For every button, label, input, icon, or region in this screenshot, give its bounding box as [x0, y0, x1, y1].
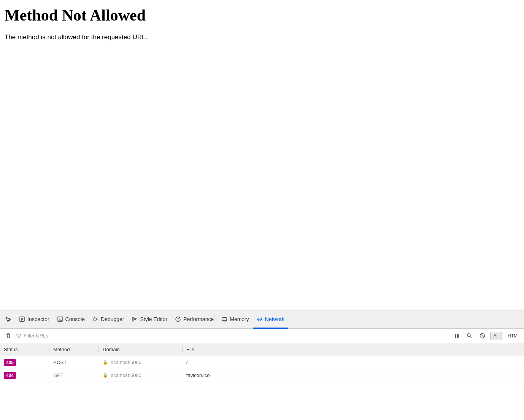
page-subtitle: The method is not allowed for the reques…	[5, 33, 519, 41]
header-status: Status	[0, 347, 49, 352]
domain-text-0: localhost:5000	[110, 360, 141, 365]
tab-memory[interactable]: Memory	[218, 310, 253, 329]
picker-button[interactable]	[2, 313, 15, 326]
method-text-0: POST	[53, 360, 67, 365]
search-button[interactable]	[464, 331, 475, 341]
tab-console-label: Console	[65, 316, 85, 322]
svg-marker-7	[94, 317, 97, 321]
filter-bar: Filter URLs	[0, 329, 524, 343]
svg-rect-10	[222, 318, 227, 321]
filter-all-button[interactable]: All	[490, 332, 502, 340]
svg-marker-20	[17, 334, 21, 338]
table-header: Status Method Domain File	[0, 343, 524, 356]
cell-domain-1: 🔒 localhost:5000	[99, 372, 183, 378]
svg-line-0	[9, 320, 10, 321]
tab-style-editor[interactable]: Style Editor	[128, 310, 171, 329]
table-row[interactable]: 404 GET 🔒 localhost:5000 favicon.ico	[0, 369, 524, 382]
tab-network[interactable]: Network	[253, 310, 288, 329]
cell-file-0: /	[183, 360, 524, 365]
header-method: Method	[49, 347, 99, 352]
tab-memory-label: Memory	[230, 316, 249, 322]
pause-button[interactable]	[451, 331, 462, 341]
page-title: Method Not Allowed	[5, 6, 519, 24]
tab-network-label: Network	[265, 316, 284, 322]
tab-inspector-label: Inspector	[27, 316, 49, 322]
tab-debugger[interactable]: Debugger	[89, 310, 128, 329]
table-row[interactable]: 405 POST 🔒 localhost:5000 /	[0, 356, 524, 369]
network-table: Status Method Domain File 405 POST 🔒 loc…	[0, 343, 524, 420]
cell-status-1: 404	[0, 372, 49, 379]
svg-point-23	[467, 334, 470, 337]
tab-performance[interactable]: Performance	[171, 310, 218, 329]
tab-inspector[interactable]: Inspector	[15, 310, 53, 329]
svg-line-26	[481, 334, 484, 337]
filter-right-icons: All HTM	[451, 331, 521, 341]
cell-method-0: POST	[49, 360, 99, 365]
block-requests-button[interactable]	[477, 331, 488, 341]
tab-performance-label: Performance	[183, 316, 214, 322]
lock-icon-0: 🔒	[103, 360, 108, 365]
svg-rect-21	[455, 334, 456, 338]
cell-domain-0: 🔒 localhost:5000	[99, 360, 183, 365]
tab-debugger-label: Debugger	[101, 316, 124, 322]
status-badge-404: 404	[4, 372, 16, 379]
cell-method-1: GET	[49, 372, 99, 378]
filter-placeholder: Filter URLs	[24, 333, 48, 339]
cell-status-0: 405	[0, 359, 49, 366]
clear-network-button[interactable]	[3, 331, 14, 341]
lock-icon-1: 🔒	[103, 373, 108, 378]
browser-content: Method Not Allowed The method is not all…	[0, 0, 524, 310]
domain-text-1: localhost:5000	[110, 372, 141, 378]
devtools-panel: Inspector Console Debugger	[0, 310, 524, 420]
tab-style-editor-label: Style Editor	[140, 316, 167, 322]
filter-url-container: Filter URLs	[16, 333, 449, 339]
method-text-1: GET	[53, 372, 64, 378]
header-file: File	[183, 347, 524, 352]
header-domain: Domain	[99, 347, 183, 352]
svg-rect-22	[457, 334, 459, 338]
tab-console[interactable]: Console	[53, 310, 89, 329]
devtools-tab-bar: Inspector Console Debugger	[0, 310, 524, 329]
status-badge-405: 405	[4, 359, 16, 366]
filter-html-button[interactable]: HTM	[504, 332, 521, 340]
svg-line-24	[470, 337, 472, 338]
cell-file-1: favicon.ico	[183, 372, 524, 378]
